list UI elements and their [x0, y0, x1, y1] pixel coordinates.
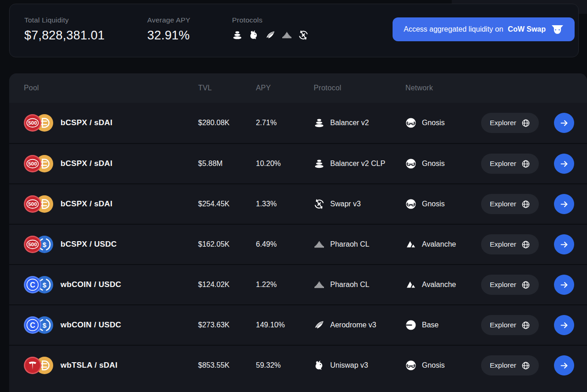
tsla-coin-icon: [24, 357, 41, 374]
arrow-right-icon: [559, 361, 569, 370]
svg-text:500: 500: [28, 161, 37, 166]
pharaoh-icon: [314, 279, 325, 290]
gnosis-icon: [405, 360, 416, 371]
network-cell: Base: [405, 320, 481, 331]
explorer-label: Explorer: [490, 119, 516, 127]
protocol-cell: Pharaoh CL: [314, 239, 405, 250]
protocol-name: Aerodrome v3: [330, 321, 377, 329]
network-name: Gnosis: [422, 361, 445, 370]
header-network: Network: [405, 84, 481, 92]
avalanche-icon: [405, 239, 416, 250]
aerodrome-icon: [265, 30, 276, 40]
explorer-label: Explorer: [490, 240, 516, 248]
protocol-name: Pharaoh CL: [330, 240, 369, 248]
protocol-name: Swapr v3: [330, 200, 361, 208]
pool-name: wbTSLA / sDAI: [61, 361, 117, 370]
average-apy-stat: Average APY 32.91%: [147, 16, 190, 43]
svg-text:$: $: [43, 321, 47, 329]
pool-cell: 500$ bCSPX / USDC: [24, 236, 198, 253]
pool-token-icons: C$: [24, 276, 53, 293]
protocol-name: Balancer v2: [330, 119, 369, 127]
total-liquidity-stat: Total Liquidity $7,828,381.01: [24, 16, 105, 43]
tvl-value: $254.45K: [198, 200, 256, 208]
gnosis-icon: [405, 199, 416, 210]
network-cell: Gnosis: [405, 158, 481, 169]
explorer-button[interactable]: Explorer: [481, 113, 539, 133]
base-icon: [405, 320, 416, 331]
tvl-value: $273.63K: [198, 321, 256, 329]
globe-icon: [521, 160, 530, 168]
pharaoh-icon: [282, 30, 292, 40]
network-cell: Avalanche: [405, 279, 481, 290]
apy-value: 1.22%: [256, 281, 314, 289]
explorer-button[interactable]: Explorer: [481, 355, 539, 375]
cow-swap-cta-button[interactable]: Access aggregated liquidity on CoW Swap: [393, 17, 575, 41]
protocol-cell: Balancer v2 CLP: [314, 158, 405, 169]
stats-card: Total Liquidity $7,828,381.01 Average AP…: [9, 4, 579, 57]
pool-token-icons: 500: [24, 155, 53, 172]
apy-value: 1.33%: [256, 200, 314, 208]
average-apy-label: Average APY: [147, 16, 190, 24]
total-liquidity-value: $7,828,381.01: [24, 28, 105, 43]
explorer-button[interactable]: Explorer: [481, 234, 539, 254]
network-name: Avalanche: [422, 281, 456, 289]
open-pool-arrow-button[interactable]: [554, 154, 574, 174]
apy-value: 10.20%: [256, 160, 314, 168]
open-pool-arrow-button[interactable]: [554, 194, 574, 214]
pool-cell: 500 bCSPX / sDAI: [24, 114, 198, 132]
coin-coin-icon: C: [24, 316, 41, 334]
explorer-button[interactable]: Explorer: [481, 315, 539, 335]
protocol-icon-list: [232, 30, 309, 40]
gnosis-icon: [405, 158, 416, 169]
header-apy: APY: [256, 84, 314, 92]
open-pool-arrow-button[interactable]: [554, 234, 574, 254]
uniswap-icon: [249, 30, 259, 40]
cta-brand: CoW Swap: [508, 25, 546, 33]
network-name: Gnosis: [422, 119, 445, 127]
svg-text:C: C: [30, 321, 35, 329]
open-pool-arrow-button[interactable]: [554, 315, 574, 335]
pharaoh-icon: [314, 239, 325, 250]
arrow-right-icon: [559, 118, 569, 128]
explorer-label: Explorer: [490, 281, 516, 289]
balancer-icon: [314, 158, 325, 169]
sp500-coin-icon: 500: [24, 195, 41, 213]
apy-value: 2.71%: [256, 119, 314, 127]
protocol-cell: Uniswap v3: [314, 360, 405, 371]
protocol-name: Uniswap v3: [330, 361, 368, 370]
tvl-value: $280.08K: [198, 119, 256, 127]
protocol-cell: Pharaoh CL: [314, 279, 405, 290]
coin-coin-icon: C: [24, 276, 41, 293]
table-row: C$ wbCOIN / USDC $273.63K 149.10% Aerodr…: [9, 304, 587, 345]
globe-icon: [521, 281, 530, 289]
arrow-right-icon: [559, 199, 569, 209]
tvl-value: $853.55K: [198, 361, 256, 370]
protocol-name: Pharaoh CL: [330, 281, 369, 289]
tvl-value: $162.05K: [198, 240, 256, 248]
tvl-value: $124.02K: [198, 281, 256, 289]
network-cell: Avalanche: [405, 239, 481, 250]
sp500-coin-icon: 500: [24, 155, 41, 172]
svg-text:$: $: [43, 241, 47, 248]
network-cell: Gnosis: [405, 199, 481, 210]
pool-name: wbCOIN / USDC: [61, 280, 121, 289]
network-name: Base: [422, 321, 438, 329]
pools-table: Pool TVL APY Protocol Network 500 bCSPX …: [9, 73, 587, 392]
explorer-label: Explorer: [490, 361, 516, 370]
explorer-button[interactable]: Explorer: [481, 194, 539, 214]
protocol-name: Balancer v2 CLP: [330, 160, 385, 168]
open-pool-arrow-button[interactable]: [554, 113, 574, 133]
table-row: 500 bCSPX / sDAI $5.88M 10.20% Balancer …: [9, 143, 587, 183]
table-row: wbTSLA / sDAI $853.55K 59.32% Uniswap v3…: [9, 345, 587, 385]
sp500-coin-icon: 500: [24, 114, 41, 132]
network-name: Gnosis: [422, 160, 445, 168]
apy-value: 59.32%: [256, 361, 314, 370]
open-pool-arrow-button[interactable]: [554, 355, 574, 375]
protocols-stat: Protocols: [232, 16, 309, 40]
pool-cell: 500 bCSPX / sDAI: [24, 155, 198, 172]
explorer-button[interactable]: Explorer: [481, 275, 539, 295]
explorer-button[interactable]: Explorer: [481, 154, 539, 174]
open-pool-arrow-button[interactable]: [554, 275, 574, 295]
balancer-icon: [314, 117, 325, 128]
explorer-label: Explorer: [490, 200, 516, 208]
